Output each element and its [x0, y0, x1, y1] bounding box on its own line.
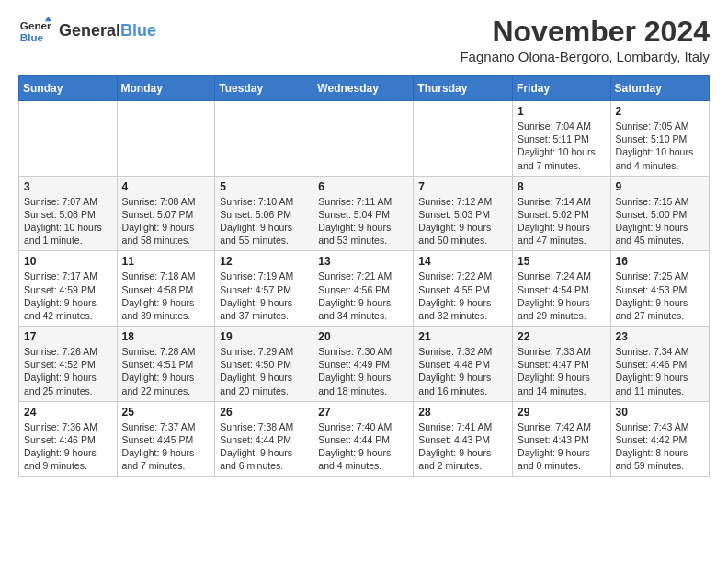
day-number: 20 [318, 330, 408, 343]
calendar-cell: 24Sunrise: 7:36 AM Sunset: 4:46 PM Dayli… [19, 401, 118, 477]
day-number: 2 [616, 105, 704, 118]
day-info: Sunrise: 7:33 AM Sunset: 4:47 PM Dayligh… [518, 345, 606, 397]
day-info: Sunrise: 7:42 AM Sunset: 4:43 PM Dayligh… [518, 420, 606, 473]
calendar-cell: 29Sunrise: 7:42 AM Sunset: 4:43 PM Dayli… [513, 401, 611, 477]
day-info: Sunrise: 7:24 AM Sunset: 4:54 PM Dayligh… [518, 270, 606, 322]
day-number: 27 [318, 406, 408, 419]
day-info: Sunrise: 7:38 AM Sunset: 4:44 PM Dayligh… [220, 420, 308, 473]
weekday-header-cell: Tuesday [215, 76, 313, 101]
day-info: Sunrise: 7:19 AM Sunset: 4:57 PM Dayligh… [220, 270, 308, 322]
day-info: Sunrise: 7:18 AM Sunset: 4:58 PM Dayligh… [122, 270, 210, 322]
day-info: Sunrise: 7:07 AM Sunset: 5:08 PM Dayligh… [24, 195, 112, 247]
calendar-week-row: 24Sunrise: 7:36 AM Sunset: 4:46 PM Dayli… [19, 401, 710, 477]
day-info: Sunrise: 7:04 AM Sunset: 5:11 PM Dayligh… [518, 120, 606, 172]
logo-icon: General Blue [18, 15, 51, 48]
day-info: Sunrise: 7:12 AM Sunset: 5:03 PM Dayligh… [418, 195, 507, 247]
weekday-header-cell: Saturday [610, 76, 709, 101]
top-row: General Blue GeneralBlue November 2024 F… [18, 15, 710, 66]
day-info: Sunrise: 7:14 AM Sunset: 5:02 PM Dayligh… [518, 195, 606, 247]
calendar-week-row: 17Sunrise: 7:26 AM Sunset: 4:52 PM Dayli… [19, 327, 710, 402]
calendar-cell: 30Sunrise: 7:43 AM Sunset: 4:42 PM Dayli… [610, 401, 709, 477]
day-info: Sunrise: 7:05 AM Sunset: 5:10 PM Dayligh… [616, 120, 704, 172]
calendar-cell: 15Sunrise: 7:24 AM Sunset: 4:54 PM Dayli… [513, 251, 611, 327]
calendar-cell: 23Sunrise: 7:34 AM Sunset: 4:46 PM Dayli… [610, 327, 709, 402]
day-number: 22 [518, 330, 606, 343]
day-number: 9 [616, 180, 704, 193]
calendar-cell [19, 101, 118, 177]
calendar-cell [414, 101, 513, 177]
day-info: Sunrise: 7:21 AM Sunset: 4:56 PM Dayligh… [318, 270, 408, 322]
weekday-header-cell: Monday [117, 76, 215, 101]
day-number: 13 [318, 255, 408, 268]
calendar-cell: 21Sunrise: 7:32 AM Sunset: 4:48 PM Dayli… [414, 327, 513, 402]
calendar-cell: 4Sunrise: 7:08 AM Sunset: 5:07 PM Daylig… [117, 176, 215, 251]
calendar-cell: 5Sunrise: 7:10 AM Sunset: 5:06 PM Daylig… [215, 176, 313, 251]
day-number: 17 [24, 330, 112, 343]
day-info: Sunrise: 7:28 AM Sunset: 4:51 PM Dayligh… [122, 345, 210, 397]
weekday-header-cell: Wednesday [313, 76, 414, 101]
calendar-cell: 3Sunrise: 7:07 AM Sunset: 5:08 PM Daylig… [19, 176, 118, 251]
day-info: Sunrise: 7:10 AM Sunset: 5:06 PM Dayligh… [220, 195, 308, 247]
day-info: Sunrise: 7:30 AM Sunset: 4:49 PM Dayligh… [318, 345, 408, 397]
calendar-cell: 2Sunrise: 7:05 AM Sunset: 5:10 PM Daylig… [610, 101, 709, 177]
day-info: Sunrise: 7:34 AM Sunset: 4:46 PM Dayligh… [616, 345, 704, 397]
day-info: Sunrise: 7:37 AM Sunset: 4:45 PM Dayligh… [122, 420, 210, 473]
location-title: Fagnano Olona-Bergoro, Lombardy, Italy [460, 49, 710, 64]
day-number: 19 [220, 330, 308, 343]
day-info: Sunrise: 7:17 AM Sunset: 4:59 PM Dayligh… [24, 270, 112, 322]
month-title: November 2024 [460, 15, 710, 49]
calendar-cell [215, 101, 313, 177]
calendar-cell: 22Sunrise: 7:33 AM Sunset: 4:47 PM Dayli… [513, 327, 611, 402]
day-number: 4 [122, 180, 210, 193]
calendar-cell: 28Sunrise: 7:41 AM Sunset: 4:43 PM Dayli… [414, 401, 513, 477]
day-number: 11 [122, 255, 210, 268]
weekday-header-cell: Thursday [414, 76, 513, 101]
calendar-cell: 18Sunrise: 7:28 AM Sunset: 4:51 PM Dayli… [117, 327, 215, 402]
day-number: 25 [122, 406, 210, 419]
calendar-cell: 27Sunrise: 7:40 AM Sunset: 4:44 PM Dayli… [313, 401, 414, 477]
weekday-header-row: SundayMondayTuesdayWednesdayThursdayFrid… [19, 76, 710, 101]
calendar-cell [313, 101, 414, 177]
day-number: 1 [518, 105, 606, 118]
title-section: November 2024 Fagnano Olona-Bergoro, Lom… [460, 15, 710, 64]
calendar-cell: 20Sunrise: 7:30 AM Sunset: 4:49 PM Dayli… [313, 327, 414, 402]
day-number: 14 [418, 255, 507, 268]
weekday-header-cell: Friday [513, 76, 611, 101]
day-number: 7 [418, 180, 507, 193]
calendar-body: 1Sunrise: 7:04 AM Sunset: 5:11 PM Daylig… [19, 101, 710, 477]
calendar-cell: 6Sunrise: 7:11 AM Sunset: 5:04 PM Daylig… [313, 176, 414, 251]
day-number: 16 [616, 255, 704, 268]
calendar-cell: 14Sunrise: 7:22 AM Sunset: 4:55 PM Dayli… [414, 251, 513, 327]
day-number: 6 [318, 180, 408, 193]
day-number: 12 [220, 255, 308, 268]
day-number: 30 [616, 406, 704, 419]
day-number: 24 [24, 406, 112, 419]
day-number: 5 [220, 180, 308, 193]
calendar-cell: 7Sunrise: 7:12 AM Sunset: 5:03 PM Daylig… [414, 176, 513, 251]
day-info: Sunrise: 7:25 AM Sunset: 4:53 PM Dayligh… [616, 270, 704, 322]
calendar-week-row: 10Sunrise: 7:17 AM Sunset: 4:59 PM Dayli… [19, 251, 710, 327]
calendar-cell: 17Sunrise: 7:26 AM Sunset: 4:52 PM Dayli… [19, 327, 118, 402]
calendar-cell: 11Sunrise: 7:18 AM Sunset: 4:58 PM Dayli… [117, 251, 215, 327]
day-info: Sunrise: 7:26 AM Sunset: 4:52 PM Dayligh… [24, 345, 112, 397]
day-number: 29 [518, 406, 606, 419]
day-number: 28 [418, 406, 507, 419]
calendar-cell [117, 101, 215, 177]
day-info: Sunrise: 7:08 AM Sunset: 5:07 PM Dayligh… [122, 195, 210, 247]
day-number: 10 [24, 255, 112, 268]
day-number: 3 [24, 180, 112, 193]
logo: General Blue GeneralBlue [18, 15, 156, 48]
day-info: Sunrise: 7:15 AM Sunset: 5:00 PM Dayligh… [616, 195, 704, 247]
calendar-cell: 8Sunrise: 7:14 AM Sunset: 5:02 PM Daylig… [513, 176, 611, 251]
calendar-cell: 1Sunrise: 7:04 AM Sunset: 5:11 PM Daylig… [513, 101, 611, 177]
calendar-cell: 19Sunrise: 7:29 AM Sunset: 4:50 PM Dayli… [215, 327, 313, 402]
day-number: 23 [616, 330, 704, 343]
calendar-cell: 12Sunrise: 7:19 AM Sunset: 4:57 PM Dayli… [215, 251, 313, 327]
day-info: Sunrise: 7:11 AM Sunset: 5:04 PM Dayligh… [318, 195, 408, 247]
day-info: Sunrise: 7:32 AM Sunset: 4:48 PM Dayligh… [418, 345, 507, 397]
calendar-week-row: 3Sunrise: 7:07 AM Sunset: 5:08 PM Daylig… [19, 176, 710, 251]
calendar-cell: 16Sunrise: 7:25 AM Sunset: 4:53 PM Dayli… [610, 251, 709, 327]
day-number: 15 [518, 255, 606, 268]
day-info: Sunrise: 7:43 AM Sunset: 4:42 PM Dayligh… [616, 420, 704, 473]
day-info: Sunrise: 7:22 AM Sunset: 4:55 PM Dayligh… [418, 270, 507, 322]
